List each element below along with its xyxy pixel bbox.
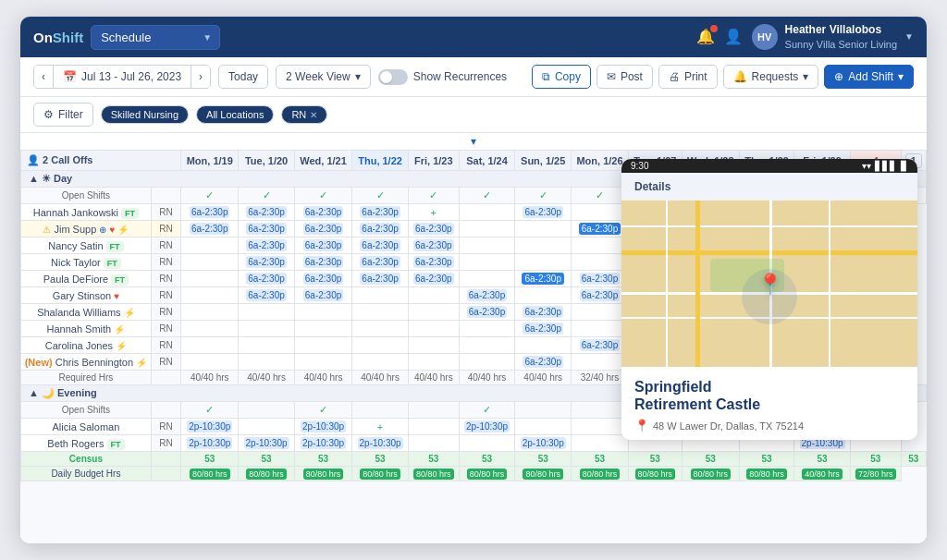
shift-cell[interactable]: 2p-10:30p (515, 435, 572, 452)
shift-cell-empty[interactable] (294, 337, 351, 354)
shift-cell[interactable]: 2p-10:30p (239, 435, 295, 452)
shift-cell[interactable]: 6a-2:30p (181, 221, 239, 237)
shift-cell-empty[interactable] (352, 337, 409, 354)
filter-chip-skilled-nursing[interactable]: Skilled Nursing (101, 105, 189, 124)
shift-cell[interactable]: 6a-2:30p (515, 354, 572, 371)
shift-cell-empty[interactable] (408, 287, 459, 304)
open-shift-sat24[interactable]: ✓ (459, 188, 515, 204)
open-shift-mon26[interactable]: ✓ (572, 188, 629, 204)
today-button[interactable]: Today (218, 65, 268, 89)
recurrences-toggle[interactable] (378, 69, 408, 85)
notifications-icon[interactable]: 🔔 (696, 28, 715, 45)
shift-cell-empty[interactable] (181, 237, 239, 254)
shift-cell-empty[interactable] (294, 354, 351, 371)
shift-cell[interactable]: 2p-10:30p (459, 419, 515, 435)
shift-cell-empty[interactable] (572, 204, 629, 221)
shift-cell-empty[interactable] (515, 237, 572, 254)
shift-cell-empty[interactable] (408, 321, 459, 337)
shift-cell-empty[interactable] (239, 419, 295, 435)
add-shift-button[interactable]: ⊕ Add Shift ▾ (824, 65, 914, 89)
shift-cell[interactable]: 6a-2:30p (352, 221, 409, 237)
shift-cell-empty[interactable] (515, 221, 572, 237)
open-shift-fri23[interactable]: ✓ (408, 188, 459, 204)
shift-cell[interactable]: 6a-2:30p (352, 254, 409, 271)
shift-cell[interactable]: 6a-2:30p (408, 221, 459, 237)
shift-cell-empty[interactable] (294, 321, 351, 337)
shift-cell-empty[interactable] (352, 287, 409, 304)
shift-cell[interactable]: 6a-2:30p (294, 254, 351, 271)
shift-cell-empty[interactable] (515, 254, 572, 271)
shift-cell-empty[interactable] (459, 271, 515, 287)
shift-cell-highlight[interactable]: 6a-2:30p (515, 271, 572, 287)
shift-cell-empty[interactable] (572, 321, 629, 337)
shift-cell-empty[interactable] (181, 287, 239, 304)
shift-cell-empty[interactable] (459, 337, 515, 354)
shift-cell[interactable]: 6a-2:30p (181, 204, 239, 221)
shift-cell[interactable]: 6a-2:30p (515, 321, 572, 337)
shift-cell-empty[interactable] (239, 304, 295, 321)
shift-cell-empty[interactable] (239, 321, 295, 337)
shift-cell[interactable]: 2p-10:30p (294, 419, 351, 435)
filter-chip-all-locations[interactable]: All Locations (196, 105, 274, 124)
open-shift-thu22[interactable]: ✓ (352, 188, 409, 204)
nav-schedule-dropdown[interactable]: Schedule ▼ (91, 25, 220, 50)
shift-cell-empty[interactable] (515, 419, 572, 435)
print-button[interactable]: 🖨 Print (658, 65, 718, 89)
shift-cell-empty[interactable] (459, 321, 515, 337)
shift-cell[interactable]: 2p-10:30p (181, 435, 239, 452)
shift-cell-empty[interactable] (459, 204, 515, 221)
shift-cell[interactable]: 6a-2:30p (352, 237, 409, 254)
shift-cell[interactable]: 2p-10:30p (181, 419, 239, 435)
shift-cell[interactable]: 6a-2:30p (294, 237, 351, 254)
shift-cell-empty[interactable] (459, 354, 515, 371)
shift-cell-empty[interactable] (408, 435, 459, 452)
collapse-icon[interactable]: ▾ (471, 135, 476, 148)
shift-cell-empty[interactable] (459, 237, 515, 254)
shift-cell[interactable]: 6a-2:30p (572, 337, 629, 354)
shift-cell[interactable]: 2p-10:30p (352, 435, 409, 452)
shift-cell-empty[interactable] (352, 354, 409, 371)
shift-cell[interactable]: 6a-2:30p (515, 304, 572, 321)
shift-cell[interactable]: 6a-2:30p (459, 287, 515, 304)
shift-cell-empty[interactable] (515, 337, 572, 354)
shift-cell[interactable]: 6a-2:30p (294, 204, 351, 221)
shift-cell-empty[interactable] (572, 254, 629, 271)
map-pin-icon[interactable]: 📍 (757, 273, 782, 297)
open-shift-tue20[interactable]: ✓ (239, 188, 295, 204)
remove-rn-filter-icon[interactable]: ✕ (310, 110, 317, 120)
shift-cell[interactable]: 6a-2:30p (352, 271, 409, 287)
copy-button[interactable]: ⧉ Copy (532, 65, 591, 89)
shift-cell[interactable]: 6a-2:30p (239, 204, 295, 221)
shift-cell-empty[interactable] (239, 337, 295, 354)
shift-cell-empty[interactable] (515, 287, 572, 304)
shift-cell-empty[interactable] (572, 419, 629, 435)
shift-cell[interactable]: 6a-2:30p (572, 287, 629, 304)
shift-cell-empty[interactable]: + (408, 204, 459, 221)
shift-cell-empty[interactable] (572, 354, 629, 371)
schedule-area[interactable]: 👤 2 Call Offs Mon, 1/19 Tue, 1/20 Wed, 1… (20, 150, 927, 543)
shift-cell-empty[interactable] (352, 304, 409, 321)
shift-cell[interactable]: 6a-2:30p (515, 204, 572, 221)
shift-cell[interactable]: 2p-10:30p (294, 435, 351, 452)
shift-cell[interactable]: 6a-2:30p (408, 271, 459, 287)
shift-cell-empty[interactable] (408, 419, 459, 435)
shift-cell[interactable]: 6a-2:30p (239, 221, 295, 237)
shift-cell[interactable]: 6a-2:30p (294, 221, 351, 237)
open-shift-sun25[interactable]: ✓ (515, 188, 572, 204)
shift-cell[interactable]: 6a-2:30p (239, 254, 295, 271)
shift-cell[interactable]: 6a-2:30p (294, 287, 351, 304)
shift-cell-empty[interactable] (181, 321, 239, 337)
shift-cell-empty[interactable] (408, 354, 459, 371)
shift-cell-empty[interactable] (181, 337, 239, 354)
shift-cell-empty[interactable] (181, 271, 239, 287)
shift-cell[interactable]: 6a-2:30p (239, 271, 295, 287)
shift-cell-empty[interactable] (239, 354, 295, 371)
shift-cell-empty[interactable] (181, 254, 239, 271)
shift-cell[interactable]: 6a-2:30p (239, 237, 295, 254)
shift-cell-empty[interactable] (572, 304, 629, 321)
messages-icon[interactable]: 👤 (724, 28, 743, 45)
shift-cell-highlight[interactable]: 6a-2:30p (572, 221, 629, 237)
shift-cell-empty[interactable] (181, 304, 239, 321)
shift-cell-empty[interactable] (459, 435, 515, 452)
next-date-button[interactable]: › (191, 66, 210, 88)
